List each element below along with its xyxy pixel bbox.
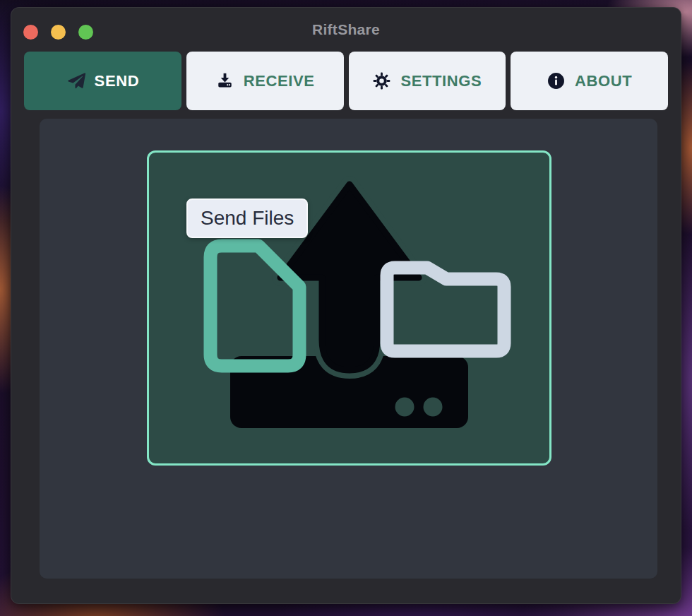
tab-receive[interactable]: RECEIVE — [186, 52, 344, 110]
info-circle-icon — [547, 71, 566, 90]
send-dropzone[interactable]: Send Files — [147, 150, 551, 466]
gear-icon — [372, 71, 391, 90]
titlebar: RiftShare — [11, 8, 681, 52]
tab-about[interactable]: ABOUT — [511, 52, 668, 110]
paper-plane-icon — [66, 71, 85, 90]
window-title: RiftShare — [11, 8, 681, 52]
tab-bar: SEND RECEIVE — [24, 52, 668, 110]
tab-settings[interactable]: SETTINGS — [349, 52, 506, 110]
download-icon — [215, 71, 234, 90]
send-files-button[interactable]: Send Files — [186, 199, 308, 238]
tab-send[interactable]: SEND — [24, 52, 181, 110]
send-files-illustration — [147, 150, 551, 466]
tab-receive-label: RECEIVE — [244, 72, 315, 90]
tab-send-label: SEND — [95, 72, 140, 90]
riftshare-window: RiftShare SEND RECEIVE — [11, 7, 681, 604]
main-panel: Send Files — [40, 119, 657, 579]
tab-about-label: ABOUT — [575, 72, 632, 90]
tab-settings-label: SETTINGS — [400, 72, 482, 90]
